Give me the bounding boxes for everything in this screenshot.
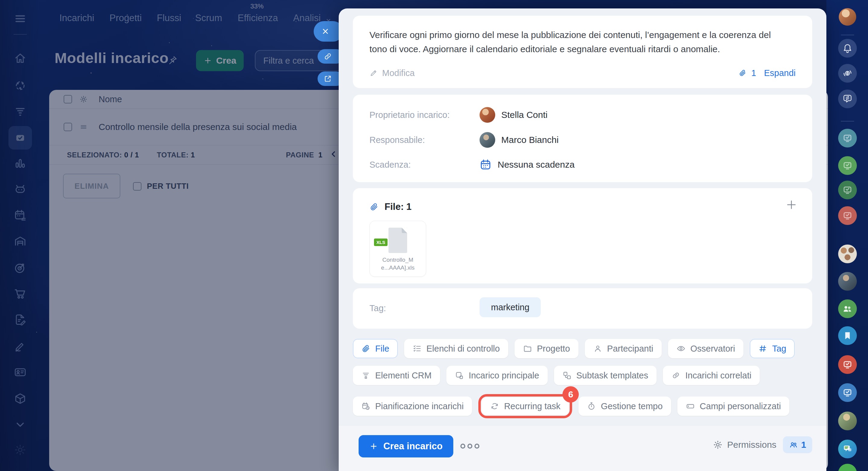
chat-bubbles-icon [842, 444, 853, 454]
file-attachment-tile[interactable]: XLS Controllo_M e...AAAA].xls [369, 221, 426, 277]
permissions-link[interactable]: Permissions [713, 440, 776, 450]
repeat-icon [490, 402, 499, 411]
project-button-partial[interactable] [838, 464, 857, 471]
right-sidebar [826, 0, 868, 471]
permissions-count-pill[interactable]: 1 [783, 436, 812, 453]
project-button-teal[interactable] [838, 129, 857, 148]
tab-subtask-templates[interactable]: Subtask templates [554, 366, 657, 385]
owner-label: Proprietario incarico: [369, 110, 479, 120]
project-button-red[interactable] [838, 206, 857, 225]
tab-project[interactable]: Progetto [515, 339, 579, 358]
person-icon [593, 344, 602, 353]
tab-participants[interactable]: Partecipanti [585, 339, 662, 358]
tab-checklists[interactable]: Elenchi di controllo [404, 339, 508, 358]
calendar-icon [479, 159, 492, 171]
project-button-red-2[interactable] [838, 355, 857, 374]
more-actions-button[interactable] [459, 440, 480, 453]
bookmark-button[interactable] [838, 326, 857, 345]
file-type-badge: XLS [374, 239, 388, 246]
user-avatar[interactable] [839, 8, 856, 26]
responsible-avatar [479, 132, 495, 148]
paperclip-icon [361, 344, 370, 353]
task-check-icon [842, 359, 853, 370]
paperclip-icon [739, 69, 746, 77]
owner-value[interactable]: Stella Conti [479, 107, 548, 123]
close-icon [321, 27, 330, 36]
project-button-green[interactable] [838, 156, 857, 175]
team-avatar-group[interactable] [838, 245, 857, 263]
ai-sparkle-icon [842, 68, 853, 79]
subtask-icon [562, 371, 571, 380]
task-check-icon [842, 160, 853, 171]
chain-link-icon [671, 371, 680, 380]
people-icon [842, 303, 853, 314]
details-card: Proprietario incarico: Stella Conti Resp… [353, 95, 812, 182]
tab-related-tasks[interactable]: Incarichi correlati [663, 366, 760, 385]
feature-tabs-row-2: Elementi CRM Incarico principale Subtask… [353, 366, 812, 385]
feature-tabs-row-1: File Elenchi di controllo Progetto Parte… [353, 339, 812, 358]
tab-task-planning[interactable]: Pianificazione incarichi [353, 397, 472, 416]
tab-time-management[interactable]: Gestione tempo [579, 397, 671, 416]
notifications-button[interactable] [838, 39, 857, 58]
member-avatar[interactable] [838, 272, 857, 291]
tab-recurring-task[interactable]: Recurring task [482, 398, 569, 415]
checklist-icon [412, 344, 422, 353]
task-check-icon [842, 210, 853, 221]
files-title: File: 1 [384, 201, 412, 212]
task-template-modal: Verificare ogni primo giorno del mese la… [339, 8, 826, 471]
tab-main-task[interactable]: Incarico principale [446, 366, 548, 385]
sidebar-divider [841, 35, 854, 35]
main-task-icon [455, 371, 464, 380]
responsible-name: Marco Bianchi [501, 135, 559, 145]
owner-avatar [479, 107, 495, 123]
tag-label: Tag: [369, 303, 386, 313]
ai-assistant-button[interactable] [838, 64, 857, 83]
folder-icon [523, 344, 532, 353]
calendar-clock-icon [361, 402, 370, 411]
chat-button[interactable] [838, 440, 857, 458]
tab-tag[interactable]: Tag [750, 339, 795, 358]
member-avatar-2[interactable] [838, 412, 857, 430]
responsible-value[interactable]: Marco Bianchi [479, 132, 559, 148]
hash-icon [758, 344, 767, 353]
paperclip-icon [369, 202, 378, 211]
plus-icon [786, 199, 797, 211]
project-button-blue[interactable] [838, 383, 857, 402]
tab-observers[interactable]: Osservatori [668, 339, 743, 358]
modal-footer: Crea incarico Permissions 1 [339, 425, 826, 471]
messages-button[interactable] [838, 90, 857, 108]
feature-tabs-row-3: Pianificazione incarichi Recurring task … [353, 394, 812, 418]
task-check-icon [842, 387, 853, 398]
tab-file[interactable]: File [353, 339, 398, 358]
tab-custom-fields[interactable]: Campi personalizzati [677, 397, 789, 416]
tag-chip-marketing[interactable]: marketing [479, 297, 541, 317]
due-value[interactable]: Nessuna scadenza [479, 159, 575, 171]
bookmark-icon [842, 330, 853, 341]
attachments-count: 1 [751, 68, 756, 78]
owner-name: Stella Conti [501, 110, 548, 120]
external-link-icon [323, 74, 332, 83]
file-document-icon [389, 228, 407, 253]
description-text: Verificare ogni primo giorno del mese la… [369, 28, 771, 56]
pencil-icon [369, 69, 378, 77]
create-task-button[interactable]: Crea incarico [359, 435, 453, 458]
stopwatch-icon [587, 402, 596, 411]
due-text: Nessuna scadenza [498, 159, 575, 170]
gear-icon [713, 440, 723, 450]
responsible-label: Responsabile: [369, 135, 479, 145]
project-button-darkgreen[interactable] [838, 181, 857, 199]
chat-exchange-icon [842, 93, 853, 104]
people-button[interactable] [838, 300, 857, 318]
link-icon [323, 52, 332, 61]
plus-icon [369, 442, 378, 450]
add-file-button[interactable] [786, 199, 797, 211]
tab-crm-elements[interactable]: Elementi CRM [353, 366, 440, 385]
task-check-icon [842, 185, 853, 195]
recurring-task-badge: 6 [562, 386, 579, 403]
eye-icon [677, 344, 685, 353]
file-name: Controllo_M e...AAAA].xls [370, 256, 426, 272]
edit-description-link[interactable]: Modifica [369, 68, 415, 78]
expand-link[interactable]: Espandi [764, 68, 796, 78]
files-card: File: 1 XLS Controllo_M e...AAAA].xls [353, 188, 812, 283]
tag-card: Tag: marketing [353, 288, 812, 329]
